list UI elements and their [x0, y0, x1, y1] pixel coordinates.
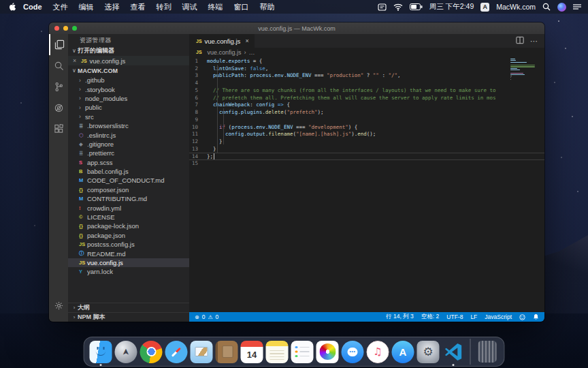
status-item-4[interactable]: JavaScript [485, 313, 512, 320]
zoom-window-button[interactable] [72, 26, 77, 31]
tree-folder-src[interactable]: ›src [68, 112, 189, 121]
menu-account[interactable]: MacWk.com [496, 3, 536, 11]
tree-file-README.md[interactable]: ⓘREADME.md [68, 249, 189, 258]
breadcrumb[interactable]: JS vue.config.js › … [189, 48, 544, 57]
input-method-icon[interactable]: A [480, 3, 489, 12]
tree-file-crowdin.yml[interactable]: !crowdin.yml [68, 203, 189, 212]
code-line-3[interactable]: 3 publicPath: process.env.NODE_ENV === "… [189, 72, 544, 80]
dock-notes[interactable] [266, 341, 289, 363]
status-item-0[interactable]: 行 14, 列 3 [386, 313, 414, 321]
extensions-icon[interactable] [49, 119, 68, 140]
dock-appstore[interactable]: A [392, 341, 414, 363]
menu-item-1[interactable]: 编辑 [74, 3, 99, 11]
tree-folder-node_modules[interactable]: ›node_modules [68, 94, 189, 103]
tree-file-CONTRIBUTING.md[interactable]: MCONTRIBUTING.md [68, 194, 189, 203]
tree-folder-.github[interactable]: ›.github [68, 76, 189, 85]
code-editor[interactable]: 1module.exports = {2 lintOnSave: false,3… [189, 57, 544, 312]
tab-vue-config[interactable]: JS vue.config.js × [189, 34, 255, 48]
tree-file-package-lock.json[interactable]: {}package-lock.json [68, 221, 189, 230]
breadcrumb-more[interactable]: … [249, 49, 255, 56]
tree-folder-.storybook[interactable]: ›.storybook [68, 85, 189, 93]
tree-file-.gitignore[interactable]: ◆.gitignore [68, 140, 189, 149]
breadcrumb-file[interactable]: vue.config.js [208, 49, 242, 56]
problems-indicator[interactable]: ⊗ 0 ⚠ 0 [195, 313, 218, 320]
wifi-icon[interactable] [393, 3, 403, 11]
code-line-1[interactable]: 1module.exports = { [189, 57, 544, 65]
code-line-10[interactable]: 10 if (process.env.NODE_ENV === "develop… [189, 123, 544, 131]
tree-file-.prettierrc[interactable]: ≣.prettierrc [68, 149, 189, 157]
tree-file-babel.config.js[interactable]: Bbabel.config.js [68, 167, 189, 176]
menu-item-0[interactable]: 文件 [48, 3, 74, 11]
code-line-2[interactable]: 2 lintOnSave: false, [189, 65, 544, 72]
status-item-2[interactable]: UTF-8 [446, 313, 463, 320]
menu-item-8[interactable]: 帮助 [255, 3, 280, 11]
project-folder-header[interactable]: ∨ MACWK.COM [68, 65, 189, 76]
npm-scripts-section[interactable]: › NPM 脚本 [68, 312, 189, 322]
more-actions-icon[interactable]: ⋯ [530, 37, 538, 46]
tree-file-app.scss[interactable]: Sapp.scss [68, 158, 189, 167]
close-window-button[interactable] [54, 26, 59, 31]
tree-file-CODE_OF_CONDUCT.md[interactable]: MCODE_OF_CONDUCT.md [68, 176, 189, 185]
notification-center-icon[interactable] [573, 3, 581, 10]
tree-file-LICENSE[interactable]: ©LICENSE [68, 213, 189, 221]
code-line-7[interactable]: 7 chainWebpack: config => { [189, 102, 544, 109]
search-icon[interactable] [49, 55, 68, 76]
explorer-icon[interactable] [49, 34, 68, 55]
code-line-11[interactable]: 11 config.output.filename("[name].[hash]… [189, 131, 544, 138]
tree-file-.eslintrc.js[interactable]: ⬡.eslintrc.js [68, 130, 189, 139]
dock-messages[interactable] [342, 341, 364, 363]
dock-itunes[interactable]: ♫ [367, 341, 389, 363]
code-line-6[interactable]: 6 // prefetch them all. Prefetching them… [189, 94, 544, 102]
dock-safari[interactable] [165, 341, 188, 363]
dock-systemprefs[interactable]: ⚙ [417, 341, 440, 363]
dock-trash[interactable] [476, 341, 499, 363]
open-editor-item[interactable]: × JS vue.config.js [68, 56, 189, 65]
dock-mail[interactable] [191, 341, 213, 363]
tab-close-icon[interactable]: × [245, 37, 248, 44]
close-icon[interactable]: × [73, 57, 80, 64]
menu-item-3[interactable]: 查看 [125, 3, 151, 11]
dock-contacts[interactable] [216, 341, 238, 363]
open-editors-header[interactable]: ∨ 打开的编辑器 [68, 46, 189, 56]
source-control-icon[interactable] [49, 76, 68, 97]
menu-clock[interactable]: 周三 下午2:49 [429, 2, 474, 12]
dock-launchpad[interactable] [115, 341, 137, 363]
menu-item-2[interactable]: 选择 [99, 3, 125, 11]
code-line-9[interactable]: 9 [189, 116, 544, 123]
minimap[interactable] [510, 59, 536, 86]
dock-chrome[interactable] [140, 341, 163, 363]
battery-icon[interactable] [410, 3, 423, 10]
window-titlebar[interactable]: vue.config.js — MacWk.com [49, 22, 544, 34]
status-item-3[interactable]: LF [470, 313, 477, 320]
tree-folder-public[interactable]: ›public [68, 103, 189, 112]
menu-item-4[interactable]: 转到 [151, 3, 177, 11]
code-line-5[interactable]: 5 // There are so many chunks (from all … [189, 87, 544, 94]
notifications-bell-icon[interactable] [533, 313, 539, 320]
manage-gear-icon[interactable] [49, 295, 68, 316]
dock-finder[interactable] [90, 341, 112, 363]
tree-file-vue.config.js[interactable]: JSvue.config.js [68, 258, 189, 267]
tree-file-yarn.lock[interactable]: Yyarn.lock [68, 267, 189, 276]
siri-icon[interactable] [557, 3, 566, 12]
code-line-12[interactable]: 12 } [189, 138, 544, 145]
menu-item-7[interactable]: 窗口 [229, 3, 255, 11]
dock-calendar[interactable]: 14 [241, 341, 263, 363]
menu-item-6[interactable]: 终端 [203, 3, 229, 11]
code-line-13[interactable]: 13 } [189, 145, 544, 153]
spotlight-search-icon[interactable] [542, 3, 551, 11]
dock-vscode[interactable] [442, 341, 465, 363]
status-item-1[interactable]: 空格: 2 [421, 313, 439, 321]
dock-photos[interactable] [316, 341, 339, 363]
feedback-smiley-icon[interactable] [519, 314, 525, 320]
apple-menu[interactable] [7, 2, 18, 12]
code-line-14[interactable]: 14}; [189, 153, 544, 160]
outline-section[interactable]: › 大纲 [68, 303, 189, 312]
minimize-window-button[interactable] [63, 26, 68, 31]
notification-banner-icon[interactable] [378, 3, 387, 11]
debug-icon[interactable] [49, 97, 68, 119]
tree-file-postcss.config.js[interactable]: JSpostcss.config.js [68, 240, 189, 249]
code-line-8[interactable]: 8 config.plugins.delete("prefetch"); [189, 108, 544, 116]
code-line-4[interactable]: 4 [189, 79, 544, 87]
tree-file-.browserslistrc[interactable]: ≣.browserslistrc [68, 121, 189, 130]
tree-file-composer.json[interactable]: {}composer.json [68, 185, 189, 194]
